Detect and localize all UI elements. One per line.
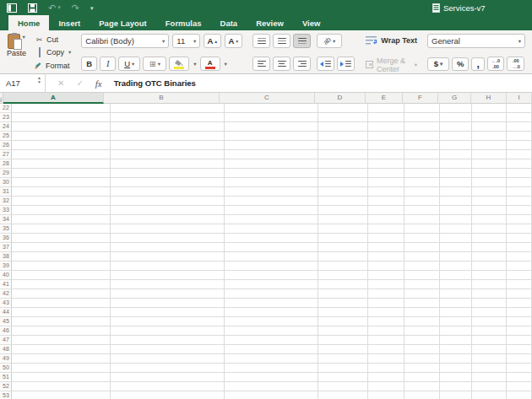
grid-cell-A25[interactable]: [12, 132, 111, 141]
grid-cell-G31[interactable]: [440, 187, 472, 197]
row-header-48[interactable]: 48: [0, 345, 12, 354]
grid-cell-I43[interactable]: [507, 299, 532, 308]
grid-cell-D34[interactable]: [318, 215, 368, 224]
grid-cell-B31[interactable]: [111, 187, 225, 197]
wrap-text-button[interactable]: Wrap Text: [366, 34, 417, 46]
column-header-I[interactable]: I: [507, 93, 532, 104]
grid-cell-D53[interactable]: [318, 391, 368, 399]
grid-cell-E49[interactable]: [368, 354, 404, 364]
row-header-27[interactable]: 27: [0, 150, 12, 159]
grid-cell-G28[interactable]: [440, 159, 472, 169]
grid-cell-F47[interactable]: [404, 336, 439, 345]
grid-cell-I27[interactable]: [507, 150, 532, 159]
grid-cell-C35[interactable]: [225, 224, 318, 234]
grid-cell-F48[interactable]: [404, 345, 439, 354]
grid-cell-F50[interactable]: [404, 364, 439, 373]
grid-cell-B37[interactable]: [111, 243, 225, 252]
undo-dropdown-icon[interactable]: ▾: [57, 0, 61, 15]
grid-cell-H28[interactable]: [472, 159, 507, 169]
grid-cell-C23[interactable]: [225, 113, 318, 122]
grid-cell-H52[interactable]: [472, 382, 507, 391]
grid-cell-H30[interactable]: [472, 178, 507, 187]
grid-cell-D52[interactable]: [318, 382, 368, 391]
grid-cell-I22[interactable]: [507, 104, 532, 113]
grid-cell-C51[interactable]: [225, 373, 318, 382]
redo-icon[interactable]: ↷: [72, 0, 79, 15]
grid-cell-A30[interactable]: [12, 178, 111, 187]
grid-cell-B25[interactable]: [111, 132, 225, 141]
grid-cell-H27[interactable]: [472, 150, 507, 159]
grid-cell-E46[interactable]: [368, 326, 404, 336]
grid-cell-I23[interactable]: [507, 113, 532, 122]
grid-cell-F49[interactable]: [404, 354, 439, 364]
name-box-stepper[interactable]: ▲▼: [37, 76, 41, 84]
grid-cell-H34[interactable]: [472, 215, 507, 224]
grid-cell-B39[interactable]: [111, 262, 225, 271]
paste-button[interactable]: ▾ Paste: [7, 34, 26, 71]
grid-cell-A32[interactable]: [12, 197, 111, 206]
decrease-font-size-button[interactable]: A▼: [225, 34, 242, 48]
grid-cell-H37[interactable]: [472, 243, 507, 252]
grid-cell-A26[interactable]: [12, 141, 111, 150]
grid-cell-I51[interactable]: [507, 373, 532, 382]
row-header-36[interactable]: 36: [0, 234, 12, 243]
grid-cell-E23[interactable]: [368, 113, 404, 122]
row-header-37[interactable]: 37: [0, 243, 12, 252]
grid-cell-C42[interactable]: [225, 289, 318, 299]
grid-cell-I48[interactable]: [507, 345, 532, 354]
grid-cell-E33[interactable]: [368, 206, 404, 215]
grid-cell-B43[interactable]: [111, 299, 225, 308]
grid-cell-F32[interactable]: [404, 197, 439, 206]
row-header-24[interactable]: 24: [0, 122, 12, 132]
grid-cell-C50[interactable]: [225, 364, 318, 373]
grid-cell-H36[interactable]: [472, 234, 507, 243]
merge-center-button[interactable]: Merge & Center ▾: [366, 58, 417, 71]
grid-cell-B42[interactable]: [111, 289, 225, 299]
grid-cell-G26[interactable]: [440, 141, 472, 150]
copy-dropdown-icon[interactable]: ▾: [68, 49, 71, 56]
grid-cell-A39[interactable]: [12, 262, 111, 271]
grid-cell-H24[interactable]: [472, 122, 507, 132]
grid-cell-A38[interactable]: [12, 252, 111, 262]
grid-cell-F31[interactable]: [404, 187, 439, 197]
row-header-33[interactable]: 33: [0, 206, 12, 215]
grid-cell-I30[interactable]: [507, 178, 532, 187]
row-header-47[interactable]: 47: [0, 336, 12, 345]
grid-cell-F36[interactable]: [404, 234, 439, 243]
grid-cell-C36[interactable]: [225, 234, 318, 243]
grid-cell-G52[interactable]: [440, 382, 472, 391]
grid-cell-C33[interactable]: [225, 206, 318, 215]
currency-format-button[interactable]: $▾: [427, 57, 449, 71]
grid-cell-B30[interactable]: [111, 178, 225, 187]
grid-cell-G34[interactable]: [440, 215, 472, 224]
comma-format-button[interactable]: ,: [471, 57, 484, 71]
grid-cell-H49[interactable]: [472, 354, 507, 364]
grid-cell-G36[interactable]: [440, 234, 472, 243]
bold-button[interactable]: B: [81, 57, 97, 71]
grid-cell-E28[interactable]: [368, 159, 404, 169]
row-header-23[interactable]: 23: [0, 113, 12, 122]
grid-cell-C40[interactable]: [225, 271, 318, 280]
align-top-button[interactable]: [252, 34, 270, 48]
grid-cell-F25[interactable]: [404, 132, 439, 141]
grid-cell-H29[interactable]: [472, 169, 507, 178]
grid-cell-I50[interactable]: [507, 364, 532, 373]
row-header-29[interactable]: 29: [0, 169, 12, 178]
column-header-G[interactable]: G: [438, 93, 471, 104]
grid-cell-A31[interactable]: [12, 187, 111, 197]
grid-cell-E48[interactable]: [368, 345, 404, 354]
grid-cell-I44[interactable]: [507, 308, 532, 317]
grid-cell-D41[interactable]: [318, 280, 368, 289]
sidebar-toggle-icon[interactable]: [7, 3, 17, 13]
format-painter-button[interactable]: Format: [35, 60, 71, 71]
grid-cell-A22[interactable]: [12, 104, 111, 113]
grid-cell-G30[interactable]: [440, 178, 472, 187]
grid-cell-C49[interactable]: [225, 354, 318, 364]
grid-cell-F42[interactable]: [404, 289, 439, 299]
grid-cell-D32[interactable]: [318, 197, 368, 206]
grid-cell-A34[interactable]: [12, 215, 111, 224]
grid-cell-B33[interactable]: [111, 206, 225, 215]
grid-cell-F45[interactable]: [404, 317, 439, 326]
grid-cell-G47[interactable]: [440, 336, 472, 345]
grid-cell-F28[interactable]: [404, 159, 439, 169]
